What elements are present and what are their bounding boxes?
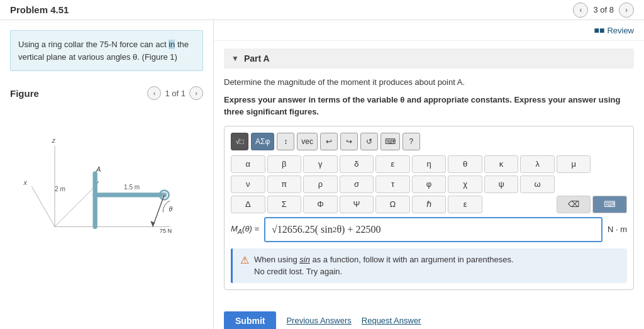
part-section: ▼ Part A Determine the magnitude of the … xyxy=(214,41,644,305)
main-layout: Using a ring collar the 75-N force can a… xyxy=(0,20,644,329)
fraction-button[interactable]: ↕ xyxy=(277,133,294,150)
greek-Sigma[interactable]: Σ xyxy=(267,196,302,213)
warning-icon: ⚠ xyxy=(240,254,249,266)
svg-line-12 xyxy=(153,195,164,226)
figure-navigation: ‹ 1 of 1 › xyxy=(147,86,203,100)
math-keyboard-container: √□ ΑΣφ ↕ vec ↩ ↪ ↺ ⌨ ? α β γ δ xyxy=(224,126,634,290)
greek-row-3: Δ Σ Φ Ψ Ω ℏ ε ⌫ ⌨ xyxy=(231,196,627,213)
prev-problem-button[interactable]: ‹ xyxy=(573,3,588,18)
next-problem-button[interactable]: › xyxy=(619,3,634,18)
keyboard-toolbar: √□ ΑΣφ ↕ vec ↩ ↪ ↺ ⌨ ? xyxy=(231,133,627,150)
figure-section: Figure ‹ 1 of 1 › z y x xyxy=(0,81,213,261)
figure-prev-button[interactable]: ‹ xyxy=(147,86,161,100)
greek-phi[interactable]: φ xyxy=(412,176,447,193)
problem-statement-text: Using a ring collar the 75-N force can a… xyxy=(18,40,189,62)
keyboard-icon-button[interactable]: ⌨ xyxy=(592,196,627,213)
greek-kappa[interactable]: κ xyxy=(484,155,519,173)
sqrt-button[interactable]: √□ xyxy=(231,133,248,150)
part-label: Part A xyxy=(244,53,270,64)
expression-unit: N · m xyxy=(608,225,627,234)
right-panel: ■■ Review ▼ Part A Determine the magnitu… xyxy=(214,20,644,329)
greek-lambda[interactable]: λ xyxy=(520,155,555,173)
svg-line-0 xyxy=(55,186,95,226)
review-label: Review xyxy=(607,26,634,35)
part-header: ▼ Part A xyxy=(224,48,634,69)
header: Problem 4.51 ‹ 3 of 8 › xyxy=(0,0,644,20)
svg-text:z: z xyxy=(51,137,55,144)
problem-title: Problem 4.51 xyxy=(10,4,69,15)
figure-image: z y x A 75 N xyxy=(10,105,203,256)
greek-psi[interactable]: ψ xyxy=(484,176,519,193)
greek-chi[interactable]: χ xyxy=(448,176,482,193)
greek-Delta[interactable]: Δ xyxy=(231,196,265,213)
previous-answers-link[interactable]: Previous Answers xyxy=(286,316,351,325)
greek-row-1: α β γ δ ε η θ κ λ μ xyxy=(231,155,627,173)
svg-line-1 xyxy=(31,186,55,226)
greek-delta-lower[interactable]: δ xyxy=(340,155,374,173)
redo-button[interactable]: ↪ xyxy=(340,133,358,150)
review-link[interactable]: ■■ Review xyxy=(594,25,634,35)
request-answer-link[interactable]: Request Answer xyxy=(362,316,421,325)
delete-button[interactable]: ⌫ xyxy=(557,196,591,213)
svg-text:75 N: 75 N xyxy=(160,228,172,234)
greek-Phi[interactable]: Φ xyxy=(303,196,338,213)
greek-row-2: ν π ρ σ τ φ χ ψ ω xyxy=(231,176,627,193)
greek-hbar[interactable]: ℏ xyxy=(412,196,447,213)
greek-theta[interactable]: θ xyxy=(448,155,482,173)
greek-tau[interactable]: τ xyxy=(375,176,410,193)
left-panel: Using a ring collar the 75-N force can a… xyxy=(0,20,214,329)
sin-highlight: sin xyxy=(299,255,310,264)
expression-label: MA(θ) = xyxy=(231,224,259,235)
greek-Omega[interactable]: Ω xyxy=(375,196,410,213)
expression-input[interactable]: √12656.25( sin 2θ) + 22500 xyxy=(264,217,602,242)
expression-row: MA(θ) = √12656.25( sin 2θ) + 22500 N · m xyxy=(231,217,627,242)
greek-gamma[interactable]: γ xyxy=(303,155,338,173)
greek-pi[interactable]: π xyxy=(267,176,302,193)
greek-mu[interactable]: μ xyxy=(557,155,591,173)
review-icon: ■■ xyxy=(594,25,604,35)
keyboard-toggle-button[interactable]: ⌨ xyxy=(380,133,400,150)
question-instruction: Express your answer in terms of the vari… xyxy=(224,94,634,118)
highlight-text: in xyxy=(169,40,175,49)
warning-text: When using sin as a function, follow it … xyxy=(254,254,514,278)
figure-title: Figure xyxy=(10,88,39,99)
greek-sigma-lower[interactable]: σ xyxy=(340,176,374,193)
vec-button[interactable]: vec xyxy=(297,133,318,150)
header-navigation: ‹ 3 of 8 › xyxy=(573,3,634,18)
svg-text:2 m: 2 m xyxy=(55,186,65,192)
warning-box: ⚠ When using sin as a function, follow i… xyxy=(231,248,627,283)
svg-text:1.5 m: 1.5 m xyxy=(124,184,140,191)
greek-beta[interactable]: β xyxy=(267,155,302,173)
greek-Psi[interactable]: Ψ xyxy=(340,196,374,213)
greek-eta[interactable]: η xyxy=(412,155,447,173)
warning-subtext: No credit lost. Try again. xyxy=(254,267,342,276)
help-button[interactable]: ? xyxy=(402,133,420,150)
svg-text:θ: θ xyxy=(169,206,173,213)
undo-button[interactable]: ↩ xyxy=(320,133,338,150)
figure-svg: z y x A 75 N xyxy=(10,111,203,250)
refresh-button[interactable]: ↺ xyxy=(360,133,378,150)
greek-button[interactable]: ΑΣφ xyxy=(251,133,274,150)
greek-alpha[interactable]: α xyxy=(231,155,265,173)
figure-header: Figure ‹ 1 of 1 › xyxy=(10,86,203,100)
svg-point-11 xyxy=(162,192,167,197)
problem-statement-box: Using a ring collar the 75-N force can a… xyxy=(10,30,203,71)
problem-count: 3 of 8 xyxy=(593,5,614,14)
svg-text:x: x xyxy=(23,179,28,186)
review-bar: ■■ Review xyxy=(214,20,644,41)
figure-next-button[interactable]: › xyxy=(189,86,203,100)
greek-varepsilon[interactable]: ε xyxy=(448,196,482,213)
collapse-arrow[interactable]: ▼ xyxy=(231,54,239,63)
submit-button[interactable]: Submit xyxy=(224,311,276,330)
greek-rho[interactable]: ρ xyxy=(303,176,338,193)
greek-nu[interactable]: ν xyxy=(231,176,265,193)
greek-epsilon[interactable]: ε xyxy=(375,155,410,173)
action-row: Submit Previous Answers Request Answer xyxy=(214,305,644,330)
greek-omega[interactable]: ω xyxy=(520,176,555,193)
question-text: Determine the magnitude of the moment it… xyxy=(224,76,634,89)
figure-count: 1 of 1 xyxy=(165,89,186,98)
